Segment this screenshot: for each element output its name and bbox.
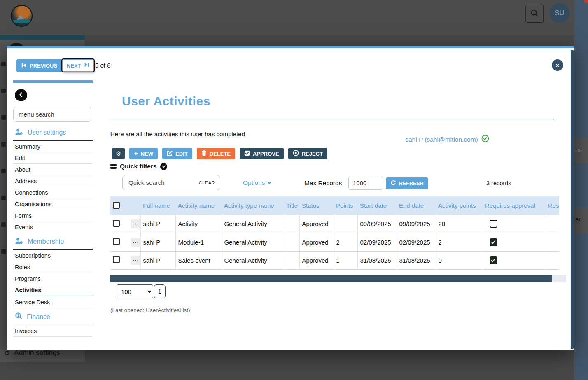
sidebar-item-address[interactable]: Address	[13, 175, 93, 187]
refresh-button[interactable]: REFRESH	[386, 177, 428, 189]
column-header[interactable]: Activity name	[175, 196, 222, 215]
column-header[interactable]: Start date	[357, 196, 397, 215]
pager-counter: 5 of 8	[95, 62, 111, 69]
column-header[interactable]: Activity type name	[222, 196, 284, 215]
sidebar-item-events[interactable]: Events	[13, 221, 93, 233]
sidebar-item-activities[interactable]: Activities	[13, 284, 93, 296]
reject-button[interactable]: REJECT	[288, 148, 327, 159]
select-all-checkbox[interactable]	[113, 202, 120, 209]
edit-pencil-icon	[167, 150, 173, 157]
quick-filters-toggle[interactable]: Quick filters	[110, 163, 167, 170]
table-row: ··· sahi P Module-1 General Activity App…	[110, 233, 559, 251]
settings-button[interactable]: ⚙	[112, 148, 125, 159]
column-header[interactable]: Full name	[140, 196, 175, 215]
gear-icon: ⚙	[116, 150, 121, 157]
skip-next-icon	[84, 62, 89, 69]
requires-approval-checkbox[interactable]	[490, 256, 497, 264]
column-header[interactable]: Requires approval	[483, 196, 546, 215]
user-link-row: sahi P (sahi@mition.com)	[344, 135, 550, 144]
sidebar-item-edit[interactable]: Edit	[13, 152, 93, 164]
background-icon	[1, 62, 6, 66]
next-label: NEXT	[67, 63, 81, 69]
close-icon: ×	[556, 62, 560, 69]
quick-search-box: CLEAR	[122, 175, 220, 190]
sidebar-item-service-desk[interactable]: Service Desk	[13, 296, 93, 308]
trash-icon	[201, 150, 207, 157]
modal-sidebar: User settings Summary Edit About Address…	[13, 80, 93, 352]
column-header[interactable]: Activity points	[436, 196, 483, 215]
clear-search-button[interactable]: CLEAR	[194, 180, 220, 185]
caret-down-icon	[267, 182, 271, 184]
requires-approval-checkbox[interactable]	[490, 238, 497, 246]
row-actions-button[interactable]: ···	[131, 238, 141, 247]
sidebar-item-forms[interactable]: Forms	[13, 210, 93, 221]
requires-approval-checkbox[interactable]	[490, 220, 497, 228]
cell-title	[284, 251, 299, 269]
page-number-button[interactable]: 1	[154, 284, 166, 298]
quick-search-input[interactable]	[123, 179, 194, 186]
new-button[interactable]: + NEW	[129, 148, 158, 159]
options-dropdown[interactable]: Options	[243, 179, 271, 187]
row-actions-button[interactable]: ···	[131, 256, 141, 265]
edit-button[interactable]: EDIT	[162, 148, 192, 159]
column-header[interactable]: Resu	[546, 196, 559, 215]
cell-end-date: 09/09/2025	[397, 215, 436, 233]
cell-full-name: sahi P	[140, 233, 175, 251]
cell-end-date: 02/09/2025	[397, 233, 436, 251]
previous-button[interactable]: PREVIOUS	[16, 59, 62, 72]
cell-result	[546, 215, 559, 233]
sidebar-item-organisations[interactable]: Organisations	[13, 198, 93, 210]
cell-end-date: 31/08/2025	[397, 251, 436, 269]
cell-activity-type: General Activity	[222, 215, 284, 233]
max-records-input[interactable]	[348, 176, 383, 190]
row-actions-button[interactable]: ···	[131, 219, 141, 228]
cell-activity-points: 20	[436, 215, 483, 233]
sidebar-item-roles[interactable]: Roles	[13, 261, 93, 273]
delete-label: DELETE	[210, 151, 231, 157]
section-label: Finance	[27, 313, 50, 321]
sidebar-item-programs[interactable]: Programs	[13, 273, 93, 284]
checkbox-check-icon	[244, 150, 250, 157]
column-header[interactable]: End date	[397, 196, 436, 215]
background-icon	[1, 249, 6, 254]
user-email-link[interactable]: sahi P (sahi@mition.com)	[405, 136, 478, 143]
sidebar-item-summary[interactable]: Summary	[13, 141, 93, 152]
section-label: User settings	[28, 129, 66, 136]
section-user-settings: User settings	[13, 128, 93, 141]
column-header[interactable]: Status	[299, 196, 334, 215]
actions-column-header	[128, 196, 140, 215]
row-checkbox[interactable]	[113, 238, 120, 245]
sidebar-item-invoices[interactable]: Invoices	[13, 325, 93, 337]
sidebar-item-subscriptions[interactable]: Subscriptions	[13, 250, 93, 261]
close-button[interactable]: ×	[552, 59, 563, 71]
sidebar-accent-bar	[13, 80, 93, 83]
next-button[interactable]: NEXT	[62, 59, 94, 72]
global-search-button[interactable]	[525, 5, 544, 23]
horizontal-scrollbar-thumb[interactable]	[110, 275, 552, 282]
vertical-scrollbar-thumb[interactable]	[571, 50, 574, 349]
sidebar-item-about[interactable]: About	[13, 164, 93, 175]
menu-search-input[interactable]	[13, 107, 91, 122]
filter-stack-icon	[110, 164, 117, 169]
column-header[interactable]: Title	[284, 196, 299, 215]
delete-button[interactable]: DELETE	[197, 148, 235, 159]
user-avatar[interactable]: SU	[550, 3, 569, 23]
cell-status: Approved	[299, 251, 334, 269]
chevron-down-circle-icon	[160, 163, 167, 170]
row-checkbox[interactable]	[113, 256, 120, 263]
section-membership: Membership	[13, 237, 93, 250]
background-top-bar	[0, 0, 588, 35]
sidebar-collapse-button[interactable]	[15, 89, 27, 101]
background-icon	[1, 115, 6, 120]
cell-status: Approved	[299, 233, 334, 251]
background-icon	[1, 89, 6, 93]
page-title: User Activities	[122, 94, 210, 108]
row-checkbox[interactable]	[113, 220, 120, 227]
cell-activity-name: Module-1	[175, 233, 222, 251]
page-size-select[interactable]: 100	[117, 284, 153, 298]
column-header[interactable]: Points	[334, 196, 357, 215]
cell-full-name: sahi P	[140, 251, 175, 269]
approve-button[interactable]: APPROVE	[240, 148, 284, 159]
sidebar-item-connections[interactable]: Connections	[13, 187, 93, 198]
gear-icon: ⚙	[4, 349, 10, 357]
